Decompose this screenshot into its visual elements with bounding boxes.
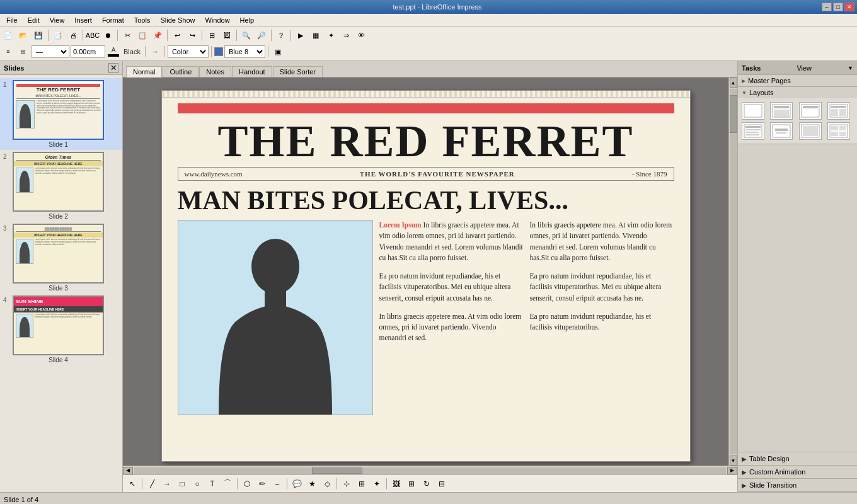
layout-content-only[interactable] (799, 122, 822, 140)
draw-insert-image-button[interactable]: 🖼 (389, 477, 403, 491)
draw-arc-button[interactable]: ⌢ (270, 477, 284, 491)
fill-color-select[interactable]: Blue 8 (224, 45, 265, 58)
slides-list[interactable]: 1 THE RED FERRET MAN BITES POLECAT, LIVE… (0, 75, 122, 492)
layout-title-only[interactable] (799, 102, 822, 120)
slide-item-2[interactable]: 2 Olden Times INSERT YOUR HEADLINE HERE … (0, 150, 122, 222)
draw-effects-button[interactable]: ✦ (370, 477, 384, 491)
scroll-thumb[interactable] (730, 95, 737, 133)
line-color-picker[interactable]: A (106, 45, 120, 59)
hide-show-button[interactable]: 👁 (354, 28, 368, 42)
draw-line-button[interactable]: ╱ (145, 477, 159, 491)
menu-view[interactable]: View (45, 15, 70, 25)
presentation-settings-button[interactable]: ▦ (309, 28, 323, 42)
slide-thumb-2: Olden Times INSERT YOUR HEADLINE HERE Lo… (13, 152, 104, 212)
slides-panel-close-button[interactable]: ✕ (108, 63, 118, 73)
line-width-input[interactable] (71, 45, 105, 58)
insert-table-button[interactable]: ⊞ (205, 28, 219, 42)
layout-title-text[interactable] (742, 122, 764, 140)
align-options-button[interactable]: ⊞ (16, 45, 30, 59)
layout-two-content[interactable] (827, 102, 850, 120)
help-button[interactable]: ? (274, 28, 288, 42)
draw-freeform-button[interactable]: ✏ (255, 477, 269, 491)
layout-blank[interactable] (742, 102, 764, 120)
zoom-out-button[interactable]: 🔎 (255, 28, 268, 42)
spellcheck-button[interactable]: ABC (86, 28, 100, 42)
draw-text-button[interactable]: T (205, 477, 219, 491)
paste-button[interactable]: 📌 (151, 28, 164, 42)
master-pages-header[interactable]: ▶ Master Pages (738, 75, 857, 86)
export-pdf-button[interactable]: 📑 (51, 28, 65, 42)
scroll-right-button[interactable]: ▶ (727, 467, 737, 474)
draw-grid-button[interactable]: ⊞ (355, 477, 369, 491)
close-button[interactable]: ✕ (844, 3, 854, 11)
save-button[interactable]: 💾 (32, 28, 45, 42)
new-button[interactable]: 📄 (1, 28, 15, 42)
transition-button[interactable]: ⇒ (339, 28, 353, 42)
slide-item-1[interactable]: 1 THE RED FERRET MAN BITES POLECAT, LIVE… (0, 78, 122, 150)
scroll-left-button[interactable]: ◀ (123, 467, 133, 474)
h-scroll-thumb[interactable] (312, 467, 362, 474)
draw-star-button[interactable]: ★ (305, 477, 319, 491)
open-button[interactable]: 📂 (16, 28, 30, 42)
layout-title-content[interactable] (770, 102, 793, 120)
line-style-select[interactable]: — (32, 45, 69, 58)
menu-window[interactable]: Window (200, 15, 234, 25)
draw-align-button[interactable]: ⊟ (435, 477, 449, 491)
draw-snap-button[interactable]: ⊹ (340, 477, 354, 491)
layouts-header[interactable]: ▼ Layouts (738, 87, 857, 98)
scroll-down-button[interactable]: ▼ (730, 455, 737, 466)
zoom-in-button[interactable]: 🔍 (239, 28, 253, 42)
minimize-button[interactable]: – (822, 3, 832, 11)
slide-number-2: 2 (3, 153, 9, 160)
insert-image-button[interactable]: 🖼 (220, 28, 234, 42)
menu-edit[interactable]: Edit (23, 15, 45, 25)
layout-four-content[interactable] (827, 122, 850, 140)
draw-flowchart-button[interactable]: ◇ (320, 477, 334, 491)
animation-button[interactable]: ✦ (324, 28, 338, 42)
shadow-button[interactable]: ▣ (271, 45, 285, 59)
table-design-button[interactable]: ▶ Table Design (738, 452, 857, 466)
line-end-button[interactable]: → (148, 45, 162, 59)
draw-rotate-button[interactable]: ↻ (420, 477, 434, 491)
draw-rect-button[interactable]: □ (175, 477, 189, 491)
tab-outline[interactable]: Outline (163, 66, 198, 77)
draw-ellipse-button[interactable]: ○ (190, 477, 204, 491)
tab-notes[interactable]: Notes (199, 66, 231, 77)
cut-button[interactable]: ✂ (120, 28, 134, 42)
menu-help[interactable]: Help (235, 15, 260, 25)
redo-button[interactable]: ↪ (185, 28, 199, 42)
tab-handout[interactable]: Handout (232, 66, 272, 77)
right-panel-view-button[interactable]: View (797, 64, 812, 72)
start-presentation-button[interactable]: ▶ (294, 28, 308, 42)
slide-item-4[interactable]: 4 SUN SHINE INSERT YOUR HEADLINE HERE Lo… (0, 294, 122, 365)
menu-tools[interactable]: Tools (129, 15, 156, 25)
menu-format[interactable]: Format (97, 15, 129, 25)
draw-callout-button[interactable]: 💬 (290, 477, 304, 491)
slide-label-1: Slide 1 (13, 141, 104, 148)
tab-normal[interactable]: Normal (126, 66, 162, 77)
undo-button[interactable]: ↩ (170, 28, 184, 42)
canvas-scrollbar[interactable]: ▲ ▼ (728, 77, 737, 466)
fill-style-select[interactable]: Color (168, 45, 209, 58)
slide-canvas[interactable]: THE RED FERRET www.dailynews.com THE WOR… (161, 90, 691, 462)
menu-file[interactable]: File (1, 15, 23, 25)
maximize-button[interactable]: □ (833, 3, 843, 11)
right-panel-dropdown-icon[interactable]: ▼ (848, 65, 853, 71)
slide-transition-button[interactable]: ▶ Slide Transition (738, 479, 857, 492)
menu-slideshow[interactable]: Slide Show (155, 15, 200, 25)
tab-slide-sorter[interactable]: Slide Sorter (273, 66, 323, 77)
slide-item-3[interactable]: 3 ▓▓▓▓▓▓▓▓▓▓▓ INSERT YOUR HEADLINE HERE … (0, 222, 122, 294)
scroll-up-button[interactable]: ▲ (730, 77, 737, 88)
menu-insert[interactable]: Insert (69, 15, 97, 25)
align-left-button[interactable]: ≡ (1, 45, 15, 59)
copy-button[interactable]: 📋 (135, 28, 149, 42)
draw-arrow-button[interactable]: → (160, 477, 174, 491)
macro-button[interactable]: ⏺ (101, 28, 115, 42)
layout-centered-title[interactable] (770, 122, 793, 140)
print-button[interactable]: 🖨 (66, 28, 80, 42)
custom-animation-button[interactable]: ▶ Custom Animation (738, 466, 857, 479)
draw-curve-button[interactable]: ⌒ (221, 477, 234, 491)
draw-insert-table-button[interactable]: ⊞ (405, 477, 418, 491)
draw-polygon-button[interactable]: ⬡ (240, 477, 254, 491)
draw-select-button[interactable]: ↖ (125, 477, 139, 491)
